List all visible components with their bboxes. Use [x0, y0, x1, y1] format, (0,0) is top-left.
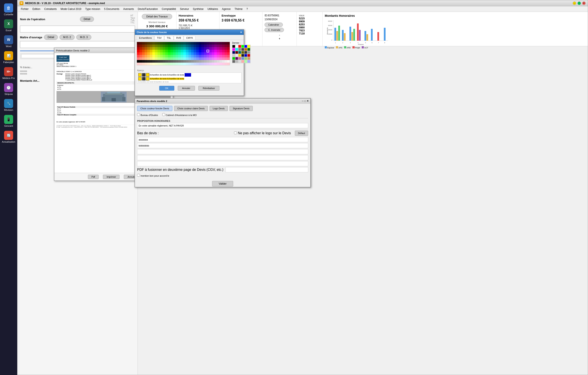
company-addr: 155 cours BerriatCS 7002238028 GRENOBLE …: [56, 63, 76, 67]
window-controls: ─ □ ✕: [573, 1, 586, 5]
svg-rect-20: [377, 32, 379, 41]
color-picker-close[interactable]: ✕: [240, 31, 242, 34]
menu-synthese[interactable]: Synthèse: [191, 7, 205, 11]
sidebar-item-revision[interactable]: 🔧 Révision: [1, 98, 16, 112]
mo3-button[interactable]: M.O. 3: [76, 35, 91, 40]
maitre-label: Maître d'ouvrage: [20, 36, 42, 39]
sidebar-item-excel[interactable]: X Excel: [1, 18, 16, 33]
proposition-field[interactable]: [137, 123, 308, 128]
svg-rect-17: [365, 31, 366, 41]
sidebar-label-sequoa: Séquoa: [4, 93, 13, 95]
params-buttons-row: Choix couleur foncée Devis Choix couleur…: [137, 106, 308, 111]
menu-cotraitants[interactable]: Cotraitants: [42, 7, 58, 11]
field-empty2[interactable]: [137, 155, 308, 160]
sample-dark-2: [142, 77, 146, 80]
menu-agence[interactable]: Agence: [220, 7, 232, 11]
no-logo-checkbox[interactable]: [234, 132, 237, 134]
c-inversee-button[interactable]: C. Inversée: [264, 28, 284, 32]
signature-devis-btn[interactable]: Signature Devis: [230, 106, 253, 111]
sidebar-label-word: Word: [6, 45, 11, 48]
mo2-button[interactable]: M.O. 2: [60, 35, 74, 40]
menu-edition[interactable]: Edition: [31, 7, 42, 11]
menu-comptabilite[interactable]: Comptabilité: [160, 7, 178, 11]
cabinet-assistance-checkbox[interactable]: [162, 113, 165, 116]
section-title: PROPOSITION HONORAIRES: [137, 120, 308, 122]
maitre-input[interactable]: Département du Rhône: [20, 41, 135, 48]
sidebar-item-sequoa[interactable]: 🕐 Séquoa: [1, 82, 16, 97]
recent-colors-canvas[interactable]: [232, 45, 251, 63]
honoraires-label: Honoraires: [178, 14, 217, 17]
logo-devis-btn[interactable]: Logo Devis: [210, 106, 228, 111]
params-close[interactable]: ✕: [307, 99, 309, 102]
svg-text:4: 4: [358, 42, 358, 44]
close-button[interactable]: ✕: [582, 1, 586, 5]
params-maximize[interactable]: □: [304, 99, 306, 102]
menu-fichier[interactable]: Fichier: [19, 7, 30, 11]
field-bbbbbbbb[interactable]: [137, 143, 308, 148]
ok-button[interactable]: OK: [159, 86, 174, 91]
menu-documents[interactable]: 5 Documents: [103, 7, 121, 11]
bureau-etudes-checkbox[interactable]: [137, 113, 140, 116]
menu-mode-calcul[interactable]: Mode Calcul 2019: [59, 7, 83, 11]
annuler-button[interactable]: Annuler: [178, 86, 195, 91]
imprimer-button[interactable]: Imprimer: [103, 175, 119, 179]
field-empty1[interactable]: [137, 149, 308, 154]
plus-btn[interactable]: +: [264, 37, 294, 40]
chart-legend: Equisse APS APD Projet ACT: [325, 46, 586, 49]
pdf-input[interactable]: [225, 167, 308, 172]
menu-aide[interactable]: ?: [245, 7, 250, 11]
pdf-button[interactable]: Pdf: [88, 175, 99, 179]
field-empty3[interactable]: [137, 161, 308, 166]
sidebar-label-faberplan: Faberplan: [3, 61, 14, 64]
field-aaaaaaa[interactable]: [137, 137, 308, 142]
minimize-button[interactable]: ─: [573, 1, 576, 5]
tab-echantillons[interactable]: Echantillons: [137, 36, 154, 40]
menu-avenants[interactable]: Avenants: [121, 7, 136, 11]
pdf-label: PDF à fusionner en deuxième page de Devi…: [137, 168, 223, 172]
preview-title: Prévisualisation Devis modèle 2: [56, 49, 90, 52]
menu-serveur[interactable]: Serveur: [178, 7, 191, 11]
menu-type-mission[interactable]: Type mission: [83, 7, 102, 11]
params-minimize[interactable]: ─: [302, 99, 304, 102]
sidebar-item-medicis[interactable]: M+ Médicis Pro: [1, 66, 16, 81]
menu-devis[interactable]: Devis/Facturation: [136, 7, 159, 11]
color-grid-canvas[interactable]: [137, 42, 230, 66]
detail-travaux-button[interactable]: Détail des Travaux: [142, 14, 172, 19]
word-icon: W: [4, 35, 13, 44]
minus-btn[interactable]: -: [264, 33, 294, 37]
svg-rect-19: [371, 29, 373, 41]
enveloppe-value: 3 659 678,55 €: [221, 19, 260, 22]
mention-checkbox[interactable]: [137, 174, 140, 177]
sample-yellow-3: [138, 77, 142, 80]
sidebar-item-gescant[interactable]: 📱 Gescant: [1, 114, 16, 128]
sidebar-item-actualisation[interactable]: 🔄 Actualisation: [1, 130, 16, 144]
operation-input[interactable]: Annexe Lycée Jacques Prévert: [20, 26, 135, 33]
maitre-row: Maître d'ouvrage Détail M.O. 2 M.O. 3: [20, 35, 135, 40]
sidebar-item-word[interactable]: W Word: [1, 34, 16, 49]
reinitialiser-button[interactable]: Réinitialiser: [198, 86, 220, 91]
sidebar-item-corbeille[interactable]: 🗑 Corbeille: [1, 2, 16, 17]
svg-rect-12: [349, 27, 351, 41]
defaut-button[interactable]: Défaut: [295, 131, 308, 136]
svg-text:20000: 20000: [328, 33, 333, 35]
svg-text:0: 0: [331, 39, 332, 41]
tab-tsv[interactable]: TSV: [155, 36, 164, 40]
dialog-buttons: OK Annuler Réinitialiser: [135, 85, 244, 92]
valider-button[interactable]: Valider: [212, 181, 233, 187]
tab-rvb[interactable]: RVB: [174, 36, 183, 40]
vaux-label: vaux: [299, 14, 320, 17]
gescant-icon: 📱: [4, 115, 13, 124]
menu-theme[interactable]: Thème: [233, 7, 244, 11]
tab-tsl[interactable]: TSL: [164, 36, 173, 40]
choix-couleur-claire-btn[interactable]: Choix couleur claire Devis: [174, 106, 208, 111]
tab-cmyk[interactable]: CMYK: [184, 36, 195, 40]
menu-utilitaires[interactable]: Utilitaires: [206, 7, 220, 11]
sidebar-item-faberplan[interactable]: 📊 Faberplan: [1, 50, 16, 65]
maitre-detail-button[interactable]: Détail: [44, 35, 58, 40]
calendrier-button[interactable]: Calendrier: [264, 22, 283, 27]
svg-rect-35: [107, 92, 120, 93]
detail-button[interactable]: Détail: [80, 17, 94, 22]
maximize-button[interactable]: □: [578, 1, 581, 5]
choix-couleur-foncee-btn[interactable]: Choix couleur foncée Devis: [137, 106, 172, 111]
id-value: ID:83756961: [264, 14, 294, 17]
